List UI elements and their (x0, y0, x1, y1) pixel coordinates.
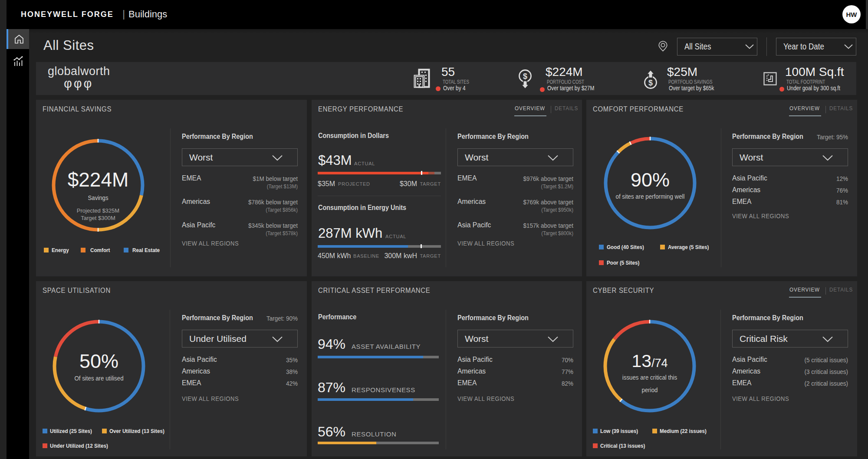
svg-text:$: $ (648, 79, 653, 87)
svg-text:$: $ (523, 72, 527, 81)
